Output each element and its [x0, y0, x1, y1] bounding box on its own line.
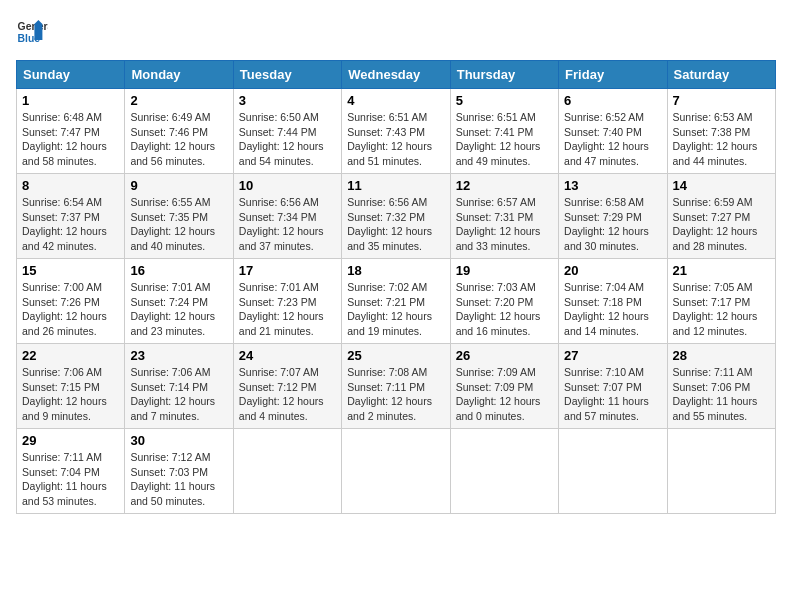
day-detail: Sunrise: 7:10 AMSunset: 7:07 PMDaylight:… [564, 366, 649, 422]
calendar-cell: 28 Sunrise: 7:11 AMSunset: 7:06 PMDaylig… [667, 344, 775, 429]
calendar-cell: 7 Sunrise: 6:53 AMSunset: 7:38 PMDayligh… [667, 89, 775, 174]
calendar-cell: 29 Sunrise: 7:11 AMSunset: 7:04 PMDaylig… [17, 429, 125, 514]
calendar-cell: 4 Sunrise: 6:51 AMSunset: 7:43 PMDayligh… [342, 89, 450, 174]
calendar-cell: 15 Sunrise: 7:00 AMSunset: 7:26 PMDaylig… [17, 259, 125, 344]
calendar-cell: 3 Sunrise: 6:50 AMSunset: 7:44 PMDayligh… [233, 89, 341, 174]
calendar-cell [559, 429, 667, 514]
day-detail: Sunrise: 7:02 AMSunset: 7:21 PMDaylight:… [347, 281, 432, 337]
calendar-cell: 11 Sunrise: 6:56 AMSunset: 7:32 PMDaylig… [342, 174, 450, 259]
calendar-cell: 16 Sunrise: 7:01 AMSunset: 7:24 PMDaylig… [125, 259, 233, 344]
day-detail: Sunrise: 6:54 AMSunset: 7:37 PMDaylight:… [22, 196, 107, 252]
day-number: 3 [239, 93, 336, 108]
weekday-header-friday: Friday [559, 61, 667, 89]
day-number: 4 [347, 93, 444, 108]
calendar-cell: 9 Sunrise: 6:55 AMSunset: 7:35 PMDayligh… [125, 174, 233, 259]
calendar-cell [233, 429, 341, 514]
day-detail: Sunrise: 7:07 AMSunset: 7:12 PMDaylight:… [239, 366, 324, 422]
day-detail: Sunrise: 6:58 AMSunset: 7:29 PMDaylight:… [564, 196, 649, 252]
calendar-cell: 8 Sunrise: 6:54 AMSunset: 7:37 PMDayligh… [17, 174, 125, 259]
day-number: 24 [239, 348, 336, 363]
calendar-cell: 14 Sunrise: 6:59 AMSunset: 7:27 PMDaylig… [667, 174, 775, 259]
day-number: 13 [564, 178, 661, 193]
day-detail: Sunrise: 6:50 AMSunset: 7:44 PMDaylight:… [239, 111, 324, 167]
calendar-cell: 30 Sunrise: 7:12 AMSunset: 7:03 PMDaylig… [125, 429, 233, 514]
day-detail: Sunrise: 7:03 AMSunset: 7:20 PMDaylight:… [456, 281, 541, 337]
day-number: 26 [456, 348, 553, 363]
day-detail: Sunrise: 6:53 AMSunset: 7:38 PMDaylight:… [673, 111, 758, 167]
calendar-table: SundayMondayTuesdayWednesdayThursdayFrid… [16, 60, 776, 514]
calendar-cell: 21 Sunrise: 7:05 AMSunset: 7:17 PMDaylig… [667, 259, 775, 344]
day-detail: Sunrise: 7:12 AMSunset: 7:03 PMDaylight:… [130, 451, 215, 507]
calendar-cell: 22 Sunrise: 7:06 AMSunset: 7:15 PMDaylig… [17, 344, 125, 429]
day-number: 23 [130, 348, 227, 363]
day-detail: Sunrise: 7:04 AMSunset: 7:18 PMDaylight:… [564, 281, 649, 337]
calendar-cell: 5 Sunrise: 6:51 AMSunset: 7:41 PMDayligh… [450, 89, 558, 174]
day-number: 27 [564, 348, 661, 363]
calendar-cell: 17 Sunrise: 7:01 AMSunset: 7:23 PMDaylig… [233, 259, 341, 344]
day-number: 22 [22, 348, 119, 363]
calendar-cell: 18 Sunrise: 7:02 AMSunset: 7:21 PMDaylig… [342, 259, 450, 344]
calendar-cell: 13 Sunrise: 6:58 AMSunset: 7:29 PMDaylig… [559, 174, 667, 259]
day-number: 5 [456, 93, 553, 108]
calendar-cell: 23 Sunrise: 7:06 AMSunset: 7:14 PMDaylig… [125, 344, 233, 429]
day-detail: Sunrise: 7:01 AMSunset: 7:23 PMDaylight:… [239, 281, 324, 337]
day-detail: Sunrise: 6:51 AMSunset: 7:43 PMDaylight:… [347, 111, 432, 167]
calendar-cell: 10 Sunrise: 6:56 AMSunset: 7:34 PMDaylig… [233, 174, 341, 259]
day-number: 6 [564, 93, 661, 108]
weekday-header-wednesday: Wednesday [342, 61, 450, 89]
day-number: 28 [673, 348, 770, 363]
day-detail: Sunrise: 6:56 AMSunset: 7:34 PMDaylight:… [239, 196, 324, 252]
svg-text:General: General [18, 21, 48, 32]
day-detail: Sunrise: 7:06 AMSunset: 7:15 PMDaylight:… [22, 366, 107, 422]
calendar-cell: 1 Sunrise: 6:48 AMSunset: 7:47 PMDayligh… [17, 89, 125, 174]
day-number: 25 [347, 348, 444, 363]
calendar-cell: 6 Sunrise: 6:52 AMSunset: 7:40 PMDayligh… [559, 89, 667, 174]
calendar-cell: 19 Sunrise: 7:03 AMSunset: 7:20 PMDaylig… [450, 259, 558, 344]
day-number: 17 [239, 263, 336, 278]
day-number: 15 [22, 263, 119, 278]
day-detail: Sunrise: 6:55 AMSunset: 7:35 PMDaylight:… [130, 196, 215, 252]
calendar-cell: 20 Sunrise: 7:04 AMSunset: 7:18 PMDaylig… [559, 259, 667, 344]
day-detail: Sunrise: 7:00 AMSunset: 7:26 PMDaylight:… [22, 281, 107, 337]
weekday-header-sunday: Sunday [17, 61, 125, 89]
day-number: 30 [130, 433, 227, 448]
weekday-header-thursday: Thursday [450, 61, 558, 89]
calendar-cell: 26 Sunrise: 7:09 AMSunset: 7:09 PMDaylig… [450, 344, 558, 429]
day-detail: Sunrise: 6:51 AMSunset: 7:41 PMDaylight:… [456, 111, 541, 167]
calendar-cell [667, 429, 775, 514]
day-number: 14 [673, 178, 770, 193]
logo-icon: General Blue [16, 16, 48, 48]
day-number: 11 [347, 178, 444, 193]
calendar-cell: 24 Sunrise: 7:07 AMSunset: 7:12 PMDaylig… [233, 344, 341, 429]
day-number: 19 [456, 263, 553, 278]
day-detail: Sunrise: 7:11 AMSunset: 7:04 PMDaylight:… [22, 451, 107, 507]
calendar-cell [450, 429, 558, 514]
weekday-header-saturday: Saturday [667, 61, 775, 89]
day-detail: Sunrise: 6:48 AMSunset: 7:47 PMDaylight:… [22, 111, 107, 167]
header: General Blue [16, 16, 776, 48]
day-number: 29 [22, 433, 119, 448]
day-detail: Sunrise: 6:57 AMSunset: 7:31 PMDaylight:… [456, 196, 541, 252]
calendar-cell [342, 429, 450, 514]
day-number: 20 [564, 263, 661, 278]
day-number: 1 [22, 93, 119, 108]
day-number: 12 [456, 178, 553, 193]
day-detail: Sunrise: 7:01 AMSunset: 7:24 PMDaylight:… [130, 281, 215, 337]
day-detail: Sunrise: 7:09 AMSunset: 7:09 PMDaylight:… [456, 366, 541, 422]
logo: General Blue [16, 16, 48, 48]
day-number: 18 [347, 263, 444, 278]
day-number: 9 [130, 178, 227, 193]
day-number: 10 [239, 178, 336, 193]
day-detail: Sunrise: 6:49 AMSunset: 7:46 PMDaylight:… [130, 111, 215, 167]
day-number: 2 [130, 93, 227, 108]
day-number: 7 [673, 93, 770, 108]
day-number: 16 [130, 263, 227, 278]
day-detail: Sunrise: 6:52 AMSunset: 7:40 PMDaylight:… [564, 111, 649, 167]
day-number: 8 [22, 178, 119, 193]
day-detail: Sunrise: 7:06 AMSunset: 7:14 PMDaylight:… [130, 366, 215, 422]
calendar-cell: 27 Sunrise: 7:10 AMSunset: 7:07 PMDaylig… [559, 344, 667, 429]
day-detail: Sunrise: 6:59 AMSunset: 7:27 PMDaylight:… [673, 196, 758, 252]
calendar-cell: 2 Sunrise: 6:49 AMSunset: 7:46 PMDayligh… [125, 89, 233, 174]
day-detail: Sunrise: 7:05 AMSunset: 7:17 PMDaylight:… [673, 281, 758, 337]
day-number: 21 [673, 263, 770, 278]
